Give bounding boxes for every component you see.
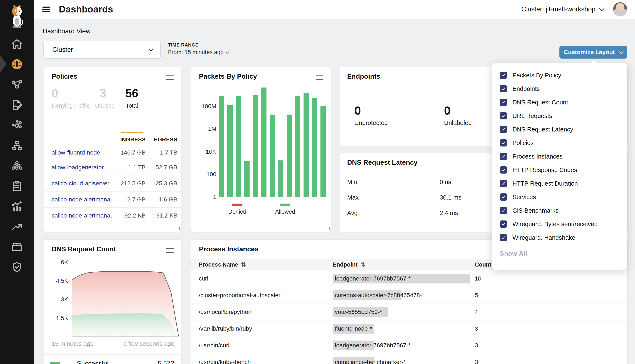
sidebar-item-home[interactable] (0, 34, 34, 54)
policy-name-link[interactable]: allow-loadgenerator (44, 164, 112, 171)
policy-name-link[interactable]: calico-node-alertmana… (44, 212, 112, 219)
bar[interactable] (219, 96, 224, 197)
checkbox-checked-icon[interactable] (500, 207, 507, 214)
sidebar-item-network-sets[interactable] (0, 135, 34, 156)
bar[interactable] (227, 105, 233, 197)
menu-item[interactable]: Policies (492, 136, 627, 150)
menu-item[interactable]: URL Requests (492, 109, 627, 122)
sidebar-item-trends[interactable] (0, 216, 34, 237)
checkbox-checked-icon[interactable] (500, 234, 507, 241)
drag-handle-icon[interactable] (316, 76, 323, 80)
table-row: calico-node-alertmana…2.7 GB1.6 GB (44, 191, 181, 207)
menu-item[interactable]: Services (492, 190, 627, 204)
checkbox-checked-icon[interactable] (500, 72, 507, 79)
menu-item[interactable]: DNS Request Count (492, 96, 627, 109)
column-header-endpoint[interactable]: Endpoint⇅ (330, 261, 475, 268)
bar[interactable] (236, 96, 241, 197)
drag-handle-icon[interactable] (166, 76, 173, 80)
denied-swatch (232, 204, 242, 206)
endpoint-cell: loadgenerator-7697bb7567-* (330, 274, 475, 284)
sidebar-item-endpoints[interactable] (0, 156, 34, 176)
policy-name-link[interactable]: calico-cloud-apiserver-… (44, 180, 112, 187)
menu-item[interactable]: Wireguard. Handshake (492, 231, 627, 244)
checkbox-checked-icon[interactable] (500, 126, 507, 133)
sidebar-item-flows[interactable] (0, 74, 34, 95)
sidebar-item-images[interactable] (0, 237, 34, 257)
sort-icon: ⇅ (241, 262, 246, 268)
hamburger-menu-icon[interactable] (42, 5, 50, 14)
menu-item[interactable]: Wireguard. Bytes sent/received (492, 217, 627, 231)
sidebar-item-compliance[interactable] (0, 176, 34, 196)
y-tick-label: 1.5K (47, 315, 68, 322)
bar[interactable] (270, 114, 275, 197)
menu-item[interactable]: DNS Request Latency (492, 122, 627, 136)
bar[interactable] (278, 160, 283, 197)
checkbox-checked-icon[interactable] (500, 180, 507, 187)
legend-denied[interactable]: Denied (228, 204, 246, 215)
checkbox-checked-icon[interactable] (500, 99, 507, 106)
checkbox-checked-icon[interactable] (500, 112, 507, 120)
cluster-selector[interactable]: Cluster: jlt-msft-workshop (521, 6, 604, 13)
resize-handle[interactable] (176, 227, 180, 230)
column-header-egress[interactable]: EGRESS (146, 136, 177, 143)
bar[interactable] (320, 106, 326, 197)
bar[interactable] (244, 161, 250, 197)
dns-request-count-card: DNS Request Count 6K4.5K3K1.5K 15 minute… (44, 240, 181, 364)
latency-value: 30.1 ms (440, 194, 462, 201)
menu-item[interactable]: HTTP Request Duration (492, 177, 627, 190)
count-cell: 3 (475, 359, 627, 364)
checkbox-checked-icon[interactable] (500, 166, 507, 174)
bar[interactable] (287, 114, 292, 197)
resize-handle[interactable] (326, 227, 330, 230)
policy-name-link[interactable]: calico-node-alertmana… (44, 196, 112, 203)
latency-label: Avg (339, 210, 357, 216)
checkbox-checked-icon[interactable] (500, 220, 507, 228)
y-tick-label: 4.5K (47, 278, 68, 284)
policies-stat-denying-traffic[interactable]: 0Denying Traffic (52, 87, 90, 109)
user-avatar[interactable] (613, 2, 627, 16)
dashboard-view-select[interactable]: Cluster (43, 40, 161, 59)
show-all-link[interactable]: Show All (500, 250, 627, 258)
legend-allowed[interactable]: Allowed (275, 204, 295, 215)
menu-item[interactable]: Process Instances (492, 150, 627, 163)
menu-item[interactable]: Endpoints (492, 82, 627, 96)
policy-name-link[interactable]: allow-fluentd-node (44, 149, 112, 156)
endpoint-chip[interactable]: loadgenerator-7697bb7567-* (330, 340, 475, 350)
y-tick-label: 1 (193, 194, 216, 200)
endpoint-chip[interactable]: fluentd-node-* (330, 324, 475, 334)
column-header-process-name[interactable]: Process Name⇅ (191, 261, 330, 268)
endpoint-chip[interactable]: vote-5655bd759-* (330, 307, 475, 317)
policy-egress-value: 125.3 GB (146, 180, 177, 187)
checkbox-checked-icon[interactable] (500, 153, 507, 160)
policies-stat-unused[interactable]: 3Unused (95, 87, 115, 109)
active-tab-indicator (121, 132, 143, 133)
latency-label: Max (339, 194, 359, 201)
sidebar-item-reports[interactable] (0, 196, 34, 216)
drag-handle-icon[interactable] (166, 248, 173, 252)
sidebar-item-threat-defense[interactable] (0, 257, 34, 277)
menu-item[interactable]: HTTP Response Codes (492, 163, 627, 177)
endpoint-chip[interactable]: loadgenerator-7697bb7567-* (330, 274, 475, 284)
sidebar-item-dashboards[interactable] (0, 54, 34, 74)
menu-item[interactable]: CIS Benchmarks (492, 204, 627, 217)
checkbox-checked-icon[interactable] (500, 85, 507, 92)
column-header-ingress[interactable]: INGRESS (112, 136, 146, 143)
bar[interactable] (295, 96, 300, 197)
page-title: Dashboards (59, 4, 113, 14)
y-tick-label: 100 (193, 171, 216, 178)
legend-successful[interactable]: Successful 5,572 (44, 357, 181, 364)
bar[interactable] (261, 88, 267, 197)
bar[interactable] (304, 92, 309, 197)
endpoint-chip[interactable]: coredns-autoscaler-7c88465478-* (330, 290, 475, 300)
endpoint-chip[interactable]: compliance-benchmarker-* (330, 357, 475, 364)
customize-layout-button[interactable]: Customize Layout (559, 46, 627, 58)
bar[interactable] (253, 95, 258, 197)
sidebar-item-service-graph[interactable] (0, 115, 34, 135)
menu-item[interactable]: Packets By Policy (492, 68, 627, 82)
sidebar-item-policies[interactable] (0, 95, 34, 115)
checkbox-checked-icon[interactable] (500, 139, 507, 146)
checkbox-checked-icon[interactable] (500, 194, 507, 200)
bar[interactable] (312, 98, 317, 197)
policies-stat-total[interactable]: 56Total (121, 87, 143, 109)
time-range-value[interactable]: From: 15 minutes ago (168, 49, 229, 56)
